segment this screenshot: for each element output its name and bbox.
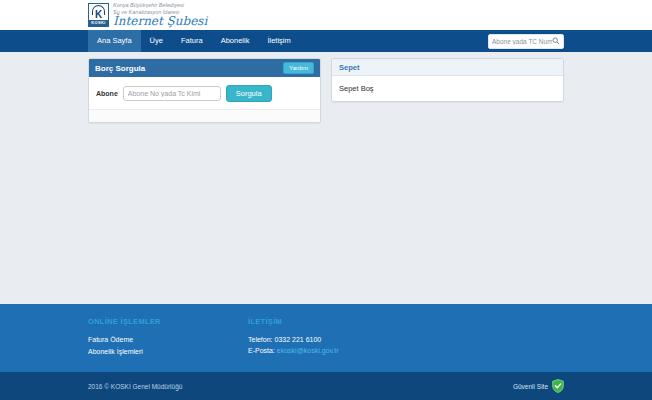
email-line: E-Posta: ekoski@koski.gov.tr (248, 345, 339, 356)
site-title: İnternet Şubesi (113, 15, 207, 28)
copyright-text: 2016 © KOSKİ Genel Müdürlüğü (88, 383, 182, 390)
green-shield-check-icon (552, 379, 564, 393)
secure-site-badge[interactable]: Güvenli Site (513, 379, 564, 393)
nav-item-ana-sayfa[interactable]: Ana Sayfa (88, 30, 141, 52)
abone-field-label: Abone (96, 90, 118, 97)
magnifier-icon[interactable] (552, 37, 560, 45)
main-navbar: Ana Sayfa Üye Fatura Abonelik İletişim (0, 30, 652, 52)
sepet-panel-header: Sepet (332, 59, 563, 76)
email-label: E-Posta: (248, 347, 275, 354)
sepet-empty-text: Sepet Boş (332, 76, 563, 101)
phone-value: 0332 221 6100 (274, 336, 321, 343)
logo-letter: K (89, 4, 108, 20)
search-input[interactable] (492, 38, 552, 45)
borc-sorgula-form: Abone Sorgula (89, 77, 320, 109)
brand-text: Konya Büyükşehir Belediyesi Su ve Kanali… (113, 2, 207, 28)
borc-sorgula-panel: Borç Sorgula Yardım Abone Sorgula (88, 58, 321, 123)
content-area: Borç Sorgula Yardım Abone Sorgula Sepet … (0, 52, 652, 304)
secure-site-label: Güvenli Site (513, 383, 548, 390)
sorgula-button[interactable]: Sorgula (226, 85, 272, 102)
bottom-bar: 2016 © KOSKİ Genel Müdürlüğü Güvenli Sit… (0, 372, 652, 400)
iletisim-heading: İLETİŞİM (248, 317, 339, 326)
nav-spacer (300, 30, 488, 52)
yardim-button[interactable]: Yardım (283, 62, 314, 74)
nav-item-fatura[interactable]: Fatura (172, 30, 212, 52)
email-link[interactable]: ekoski@koski.gov.tr (277, 347, 339, 354)
site-footer: ONLİNE İŞLEMLER Fatura Ödeme Abonelik İş… (0, 304, 652, 372)
site-header: K KOSKİ Konya Büyükşehir Belediyesi Su v… (0, 0, 652, 30)
online-islemler-heading: ONLİNE İŞLEMLER (88, 317, 248, 326)
nav-item-uye[interactable]: Üye (141, 30, 172, 52)
sepet-panel: Sepet Sepet Boş (331, 58, 564, 102)
nav-item-abonelik[interactable]: Abonelik (212, 30, 259, 52)
borc-sorgula-title: Borç Sorgula (95, 64, 145, 73)
footer-link-abonelik-islemleri[interactable]: Abonelik İşlemleri (88, 346, 248, 358)
koski-logo-icon: K KOSKİ (88, 3, 109, 27)
nav-item-iletisim[interactable]: İletişim (258, 30, 299, 52)
sepet-title: Sepet (339, 63, 359, 72)
borc-panel-footer (89, 109, 320, 122)
brand-logo-link[interactable]: K KOSKİ Konya Büyükşehir Belediyesi Su v… (88, 2, 207, 28)
footer-online-column: ONLİNE İŞLEMLER Fatura Ödeme Abonelik İş… (88, 317, 248, 358)
phone-label: Telefon: (248, 336, 273, 343)
footer-link-fatura-odeme[interactable]: Fatura Ödeme (88, 334, 248, 346)
footer-contact-column: İLETİŞİM Telefon: 0332 221 6100 E-Posta:… (248, 317, 339, 358)
abone-no-input[interactable] (123, 86, 221, 101)
nav-search-box (488, 34, 564, 49)
phone-line: Telefon: 0332 221 6100 (248, 334, 339, 345)
logo-band-text: KOSKİ (89, 20, 108, 26)
borc-sorgula-panel-header: Borç Sorgula Yardım (89, 59, 320, 77)
